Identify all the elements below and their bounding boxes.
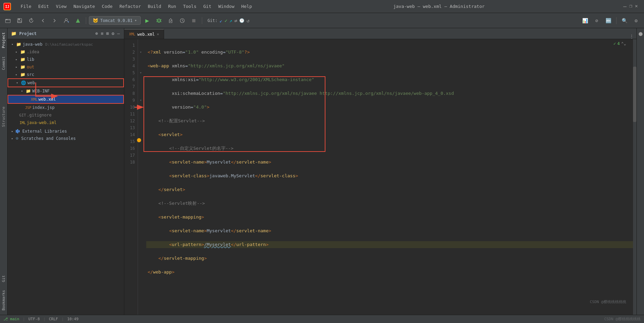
git-push-icon[interactable]: ↗ [229, 18, 232, 23]
git-history-icon[interactable]: 🕐 [239, 18, 244, 23]
extlibs-arrow-icon [10, 129, 14, 133]
sidebar-tab-project[interactable]: Project [0, 28, 7, 52]
sidebar-tab-commit[interactable]: Commit [0, 52, 7, 74]
toolbar-sync-btn[interactable] [26, 15, 36, 26]
webinf-folder-icon: 📁 [25, 88, 31, 94]
tree-out[interactable]: 📁 out [8, 63, 124, 71]
scrollbar-thumb[interactable] [633, 67, 636, 122]
tree-ext-libs[interactable]: External Libraries [8, 128, 124, 135]
settings-panel-icon[interactable]: ⚙ [111, 30, 115, 37]
scratches-label: Scratches and Consoles [21, 136, 76, 141]
close-panel-icon[interactable]: — [116, 30, 120, 37]
status-separator-3: | [61, 317, 64, 321]
tree-lib[interactable]: 📁 lib [8, 56, 124, 63]
tree-iml[interactable]: IML java-web.iml [8, 119, 124, 126]
tree-web[interactable]: 🌐 web [8, 78, 124, 87]
sidebar-tab-structure[interactable]: Structure [0, 103, 7, 131]
settings-btn[interactable]: ⚙ [631, 15, 641, 26]
menu-run[interactable]: Run [165, 2, 179, 10]
toolbar-folder-btn[interactable] [3, 15, 13, 26]
tree-webinf[interactable]: 📁 WEB-INF [8, 87, 124, 95]
svg-text:IJ: IJ [5, 5, 9, 9]
toolbar-vcs-btn[interactable] [73, 15, 83, 26]
toolbar-user-btn[interactable] [61, 15, 71, 26]
menu-refactor[interactable]: Refactor [117, 2, 144, 10]
editor-tab-webxml[interactable]: XML web.xml ✕ [124, 29, 164, 39]
root-path: D:\kaifamiao\workspac [45, 42, 93, 47]
maximize-button[interactable]: ❐ [629, 3, 632, 10]
status-watermark: CSDN @樱桃桃桃桃桃 [604, 316, 641, 322]
scratches-arrow-icon [10, 136, 14, 141]
tree-scratches[interactable]: ⊙ Scratches and Consoles [8, 135, 124, 142]
menu-bar: File Edit View Navigate Code Refactor Bu… [18, 2, 255, 10]
editor-area: XML web.xml ✕ ⋮ [124, 28, 636, 315]
status-encoding[interactable]: UTF-8 [28, 317, 40, 321]
out-arrow-icon [14, 65, 19, 69]
right-panel-notifications[interactable]: ⬤ [638, 31, 643, 36]
code-line-9: <servlet-name>Myservlet</servlet-name> [146, 159, 636, 166]
debug-button[interactable] [154, 15, 164, 26]
fold-7[interactable]: ▾ [138, 69, 143, 76]
scratches-icon: ⊙ [16, 136, 19, 141]
sidebar-tab-git[interactable]: Git [0, 271, 7, 286]
minimize-button[interactable]: — [623, 3, 626, 10]
menu-help[interactable]: Help [239, 2, 255, 10]
run-config-dropdown[interactable]: 🐱 Tomcat 9.0.81 ▾ [89, 16, 141, 25]
gitignore-label: .gitignore [27, 113, 51, 118]
git-commit-icon[interactable]: ✓ [225, 18, 227, 23]
collapse-icon[interactable]: ≡ [100, 30, 104, 37]
profile-button[interactable] [177, 15, 187, 26]
fold-2[interactable]: ▾ [138, 49, 143, 56]
tree-gitignore[interactable]: GIT .gitignore [8, 111, 124, 119]
tree-src[interactable]: 📁 src [8, 71, 124, 78]
scrollbar-track[interactable] [633, 39, 636, 315]
coverage-button[interactable] [165, 15, 176, 26]
svg-rect-5 [18, 19, 20, 20]
tree-webxml[interactable]: XML web.xml [8, 95, 124, 104]
stop-button[interactable]: ⏹ [189, 15, 199, 26]
lib-folder-icon: 📁 [20, 57, 25, 62]
expand-icon[interactable]: ⊞ [106, 30, 110, 37]
tree-idea[interactable]: 📁 .idea [8, 48, 124, 56]
linenum-3: 3 [124, 56, 135, 63]
toolbar-graph-btn[interactable]: 📊 [580, 15, 590, 26]
root-label: java-web [23, 42, 43, 47]
linenum-2: 2 [124, 49, 135, 56]
tab-close-icon[interactable]: ✕ [157, 32, 159, 36]
fold-13[interactable]: ▾ [138, 97, 143, 104]
git-update-icon[interactable]: ↙ [219, 18, 222, 23]
right-sidebar: ⬤ [636, 28, 644, 315]
git-merge-icon[interactable]: ⇄ [234, 18, 237, 23]
menu-navigate[interactable]: Navigate [71, 2, 98, 10]
inspection-arrows[interactable]: ⌃⌄ [621, 41, 626, 46]
menu-tools[interactable]: Tools [180, 2, 199, 10]
svg-rect-6 [18, 21, 21, 22]
toolbar-save-btn[interactable] [14, 15, 25, 26]
menu-edit[interactable]: Edit [35, 2, 51, 10]
menu-git[interactable]: Git [200, 2, 214, 10]
linenum-11: 11 [124, 111, 135, 118]
close-button[interactable]: ✕ [635, 3, 638, 10]
menu-code[interactable]: Code [99, 2, 115, 10]
code-content[interactable]: <?xml version="1.0" encoding="UTF-8"?> <… [143, 39, 636, 315]
menu-view[interactable]: View [53, 2, 69, 10]
status-git-branch[interactable]: ⎇ main [3, 317, 19, 321]
toolbar-forward-btn[interactable] [49, 15, 60, 26]
run-button[interactable]: ▶ [142, 15, 152, 26]
tree-root[interactable]: 📁 java-web D:\kaifamiao\workspac [8, 41, 124, 48]
menu-build[interactable]: Build [145, 2, 164, 10]
search-everywhere-btn[interactable]: 🔍 [619, 15, 630, 26]
menu-window[interactable]: Window [216, 2, 237, 10]
git-rollback-icon[interactable]: ↺ [246, 18, 249, 23]
tree-indexjsp[interactable]: JSP index.jsp [8, 104, 124, 111]
status-crlf[interactable]: CRLF [49, 317, 58, 321]
toolbar-translate-btn[interactable]: 🔤 [603, 15, 613, 26]
sidebar-tab-bookmarks[interactable]: Bookmarks [0, 286, 7, 315]
add-content-icon[interactable]: ⊕ [95, 30, 99, 37]
tab-more-btn[interactable]: ⋮ [630, 34, 634, 39]
toolbar-right: 📊 ⊘ 🔤 🔍 ⚙ [580, 15, 641, 26]
toolbar-block-btn[interactable]: ⊘ [591, 15, 602, 26]
menu-file[interactable]: File [18, 2, 34, 10]
toolbar-back-btn[interactable] [38, 15, 48, 26]
run-config-label: Tomcat 9.0.81 [100, 18, 133, 23]
